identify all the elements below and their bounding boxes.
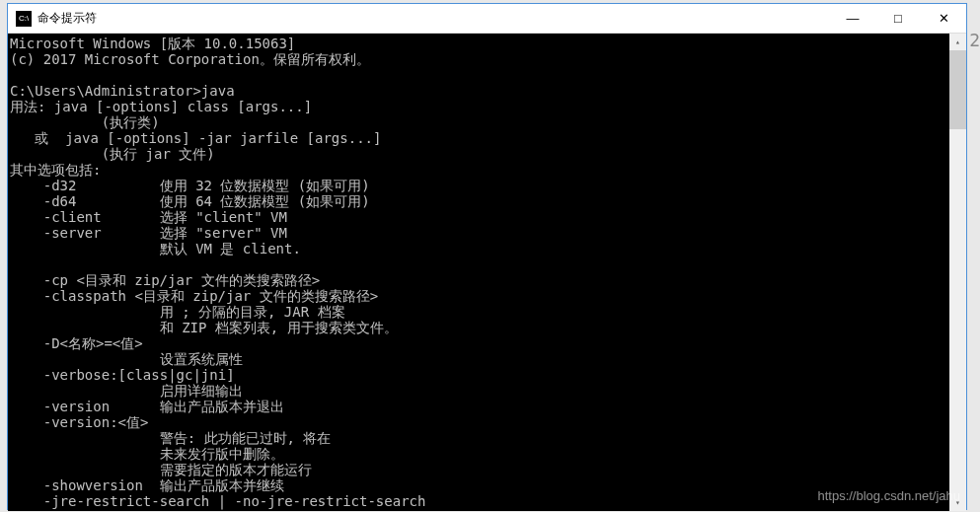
titlebar[interactable]: C:\ 命令提示符 — □ ✕	[8, 4, 966, 34]
scroll-up-button[interactable]: ▴	[949, 34, 966, 50]
command-prompt-window: C:\ 命令提示符 — □ ✕ Microsoft Windows [版本 10…	[7, 3, 967, 510]
scrollbar-thumb[interactable]	[949, 50, 966, 129]
scrollbar[interactable]: ▴ ▾	[949, 34, 966, 511]
cmd-icon: C:\	[16, 11, 32, 27]
background-number: 2	[969, 30, 980, 50]
window-controls: — □ ✕	[830, 4, 966, 34]
minimize-button[interactable]: —	[830, 4, 875, 34]
close-button[interactable]: ✕	[921, 4, 966, 34]
maximize-button[interactable]: □	[875, 4, 921, 34]
terminal-area: Microsoft Windows [版本 10.0.15063] (c) 20…	[8, 34, 966, 511]
watermark-text: https://blog.csdn.net/jahu	[817, 488, 960, 503]
terminal-output[interactable]: Microsoft Windows [版本 10.0.15063] (c) 20…	[8, 34, 949, 511]
window-title: 命令提示符	[38, 10, 97, 27]
